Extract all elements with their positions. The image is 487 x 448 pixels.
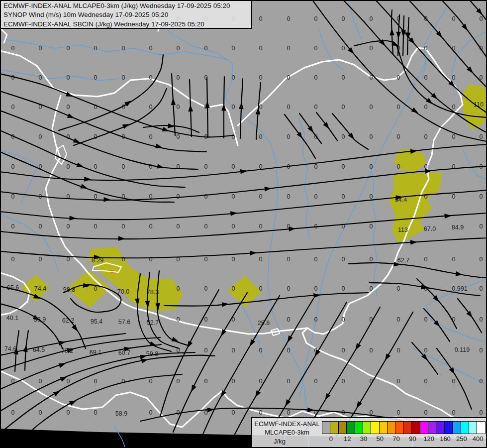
zero-label: 0 <box>287 104 291 111</box>
grid-value-label: 70.0 <box>117 288 129 295</box>
grid-value-label: 113 <box>398 226 408 233</box>
zero-label: 0 <box>397 378 400 385</box>
zero-label: 0 <box>314 378 318 385</box>
zero-label: 0 <box>370 45 373 52</box>
zero-label: 0 <box>122 256 125 263</box>
zero-label: 0 <box>480 347 483 354</box>
grid-value-label: 0.119 <box>455 346 470 353</box>
grid-value-label: 59.8 <box>146 350 158 357</box>
zero-label: 0 <box>11 409 15 416</box>
colorbar-cell <box>444 421 453 434</box>
zero-label: 0 <box>177 74 180 81</box>
zero-label: 0 <box>259 74 263 81</box>
zero-label: 0 <box>122 74 125 81</box>
zero-label: 0 <box>149 104 153 111</box>
zero-label: 0 <box>122 45 125 52</box>
zero-label: 0 <box>149 223 153 230</box>
zero-label: 0 <box>452 256 456 263</box>
zero-label: 0 <box>232 133 235 140</box>
zero-label: 0 <box>11 45 15 52</box>
zero-label: 0 <box>177 285 180 292</box>
zero-label: 0 <box>204 316 208 323</box>
zero-label: 0 <box>122 378 125 385</box>
zero-label: 0 <box>94 409 97 416</box>
zero-label: 0 <box>259 347 263 354</box>
grid-value-label: 84.9 <box>452 224 464 231</box>
zero-label: 0 <box>287 133 291 140</box>
zero-label: 0 <box>67 163 70 170</box>
zero-label: 0 <box>67 223 70 230</box>
zero-label: 0 <box>177 45 180 52</box>
map-canvas: 0000000000000000000000000000000000000000… <box>0 0 487 448</box>
zero-label: 0 <box>287 347 291 354</box>
zero-label: 0 <box>314 104 318 111</box>
zero-label: 0 <box>39 409 42 416</box>
zero-label: 0 <box>397 285 400 292</box>
zero-label: 0 <box>149 133 153 140</box>
colorbar-cell <box>395 421 404 434</box>
zero-label: 0 <box>177 409 180 416</box>
grid-value-label: 58.9 <box>115 410 127 417</box>
zero-label: 0 <box>232 223 235 230</box>
zero-label: 0 <box>287 15 291 22</box>
zero-label: 0 <box>232 74 235 81</box>
weather-map-stage: 0000000000000000000000000000000000000000… <box>0 0 487 448</box>
zero-label: 0 <box>287 378 291 385</box>
zero-label: 0 <box>314 15 318 22</box>
colorbar-cell <box>436 421 444 434</box>
zero-label: 0 <box>259 378 263 385</box>
zero-label: 0 <box>149 409 153 416</box>
zero-label: 0 <box>397 409 400 416</box>
zero-label: 0 <box>259 45 263 52</box>
zero-label: 0 <box>424 316 428 323</box>
zero-label: 0 <box>94 223 97 230</box>
zero-label: 0 <box>370 256 373 263</box>
zero-label: 0 <box>259 104 263 111</box>
colorbar-cell <box>411 421 420 434</box>
zero-label: 0 <box>39 133 42 140</box>
zero-label: 0 <box>480 256 483 263</box>
zero-label: 0 <box>287 74 291 81</box>
zero-label: 0 <box>480 409 483 416</box>
zero-label: 0 <box>67 45 70 52</box>
colorbar-tick-labels: 01230507090120160250400 <box>322 435 487 445</box>
zero-label: 0 <box>259 223 263 230</box>
zero-label: 0 <box>149 378 153 385</box>
grid-value-label: 95.4 <box>91 318 102 325</box>
zero-label: 0 <box>94 163 97 170</box>
zero-label: 0 <box>480 193 483 200</box>
zero-label: 0 <box>370 163 373 170</box>
zero-label: 0 <box>232 193 235 200</box>
zero-label: 0 <box>452 378 456 385</box>
zero-label: 0 <box>370 347 373 354</box>
map-title-panel: ECMWF-INDEX-ANAL MLCAPE0-3km (J/kg) Wedn… <box>0 0 252 29</box>
colorbar-tick: 250 <box>456 435 467 443</box>
zero-label: 0 <box>370 223 373 230</box>
zero-label: 0 <box>342 163 345 170</box>
zero-label: 0 <box>397 316 400 323</box>
zero-label: 0 <box>11 223 15 230</box>
colorbar-cell <box>469 421 477 434</box>
zero-label: 0 <box>397 133 400 140</box>
zero-label: 0 <box>204 285 208 292</box>
zero-label: 0 <box>424 74 428 81</box>
grid-value-label: 62.7 <box>397 257 409 264</box>
zero-label: 0 <box>177 316 180 323</box>
zero-label: 0 <box>177 133 180 140</box>
zero-label: 0 <box>232 409 235 416</box>
grid-value-label: 0.991 <box>452 285 467 292</box>
zero-label: 0 <box>424 193 428 200</box>
zero-label: 0 <box>314 74 318 81</box>
zero-label: 0 <box>314 45 318 52</box>
zero-label: 0 <box>259 133 263 140</box>
zero-label: 0 <box>287 193 291 200</box>
zero-label: 0 <box>177 104 180 111</box>
zero-label: 0 <box>94 378 97 385</box>
zero-label: 0 <box>94 45 97 52</box>
zero-label: 0 <box>287 409 291 416</box>
zero-label: 0 <box>232 45 235 52</box>
zero-label: 0 <box>342 74 345 81</box>
zero-label: 0 <box>370 133 373 140</box>
zero-label: 0 <box>342 285 345 292</box>
colorbar-cell <box>452 421 461 434</box>
